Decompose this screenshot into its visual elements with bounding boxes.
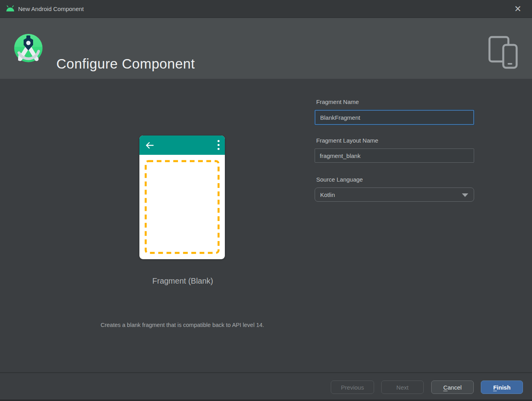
- window-title: New Android Component: [18, 6, 84, 12]
- configure-form: Fragment Name Fragment Layout Name Sourc…: [315, 98, 474, 202]
- page-title: Configure Component: [56, 56, 195, 72]
- template-name-label: Fragment (Blank): [61, 277, 305, 286]
- cancel-mnemonic: C: [443, 384, 448, 391]
- previous-button[interactable]: Previous: [331, 381, 374, 394]
- android-head-icon: [6, 5, 15, 12]
- next-button[interactable]: Next: [381, 381, 424, 394]
- template-description: Creates a blank fragment that is compati…: [50, 322, 314, 328]
- finish-label-rest: inish: [497, 384, 511, 391]
- window-titlebar: New Android Component ✕: [0, 0, 532, 18]
- overflow-menu-icon: [217, 140, 220, 150]
- fragment-preview-card: [139, 136, 225, 259]
- dropdown-arrow-icon: [462, 193, 468, 197]
- fragment-layout-name-input[interactable]: [315, 149, 474, 163]
- fragment-layout-name-label: Fragment Layout Name: [316, 137, 474, 144]
- wizard-header: Configure Component: [0, 18, 532, 79]
- wizard-body: Fragment (Blank) Creates a blank fragmen…: [0, 79, 532, 372]
- devices-icon: [488, 30, 518, 69]
- finish-mnemonic: F: [493, 384, 497, 391]
- button-bar: Previous Next Cancel Finish: [0, 373, 532, 399]
- dashed-placeholder-area: [145, 160, 220, 254]
- close-icon[interactable]: ✕: [512, 3, 524, 15]
- source-language-dropdown[interactable]: Kotlin: [315, 188, 474, 202]
- cancel-button[interactable]: Cancel: [431, 381, 474, 394]
- source-language-label: Source Language: [316, 176, 474, 183]
- fragment-name-input[interactable]: [315, 110, 474, 125]
- finish-button[interactable]: Finish: [481, 381, 523, 394]
- source-language-value: Kotlin: [320, 191, 335, 198]
- fragment-name-label: Fragment Name: [316, 98, 474, 105]
- back-arrow-icon: [145, 142, 154, 149]
- cancel-label-rest: ancel: [447, 384, 462, 391]
- window-bottom-edge: [0, 399, 532, 401]
- preview-appbar: [139, 136, 225, 155]
- android-studio-logo-icon: [14, 33, 43, 65]
